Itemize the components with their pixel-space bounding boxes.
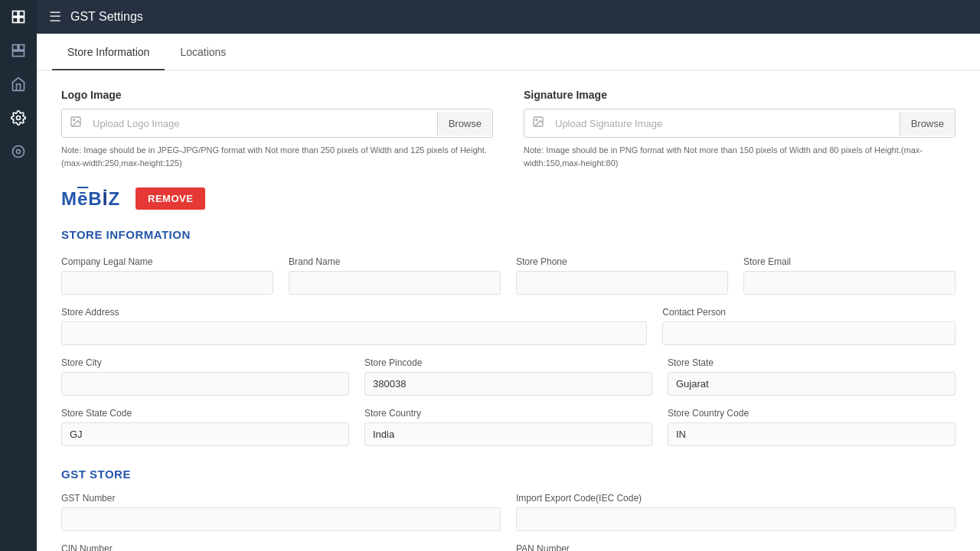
store-email-input[interactable] (743, 271, 956, 295)
contact-person-label: Contact Person (662, 307, 956, 318)
contact-person-input[interactable] (662, 321, 956, 345)
store-country-code-label: Store Country Code (668, 408, 956, 419)
store-phone-group: Store Phone (516, 256, 728, 295)
logo-preview-area: MēBİZ REMOVE (61, 187, 956, 210)
store-pincode-label: Store Pincode (364, 357, 652, 368)
logo-section-title: Logo Image (61, 89, 493, 101)
signature-upload-field: Upload Signature Image Browse (524, 109, 956, 138)
remove-logo-button[interactable]: REMOVE (136, 187, 205, 210)
page-title: GST Settings (70, 10, 143, 24)
store-state-code-label: Store State Code (61, 408, 349, 419)
store-city-input[interactable] (61, 372, 349, 396)
store-country-code-input[interactable] (668, 422, 956, 446)
tabs-bar: Store Information Locations (37, 34, 980, 70)
contact-person-group: Contact Person (662, 307, 956, 345)
store-email-group: Store Email (743, 256, 956, 295)
brand-name-group: Brand Name (289, 256, 501, 295)
company-legal-name-group: Company Legal Name (61, 256, 273, 295)
topbar: ☰ GST Settings (37, 0, 980, 34)
main-area: ☰ GST Settings Store Information Locatio… (37, 0, 980, 551)
import-export-code-input[interactable] (516, 507, 956, 531)
store-state-group: Store State (668, 357, 956, 396)
store-info-row-3: Store City Store Pincode Store State (61, 357, 956, 396)
page-content: Logo Image Upload Logo Image Browse Note… (37, 70, 980, 551)
store-state-code-group: Store State Code (61, 408, 349, 446)
content-area: Store Information Locations Logo Image U… (37, 34, 980, 551)
logo-upload-text: Upload Logo Image (90, 112, 437, 135)
logo-preview-image: MēBİZ (61, 188, 120, 210)
logo-browse-button[interactable]: Browse (437, 112, 492, 135)
svg-point-8 (13, 146, 24, 158)
signature-image-section: Signature Image Upload Signature Image B… (524, 89, 956, 169)
store-state-code-input[interactable] (61, 422, 349, 446)
store-state-label: Store State (668, 357, 956, 368)
tab-locations[interactable]: Locations (165, 34, 241, 70)
signature-upload-text: Upload Signature Image (552, 112, 900, 135)
svg-rect-3 (19, 18, 24, 23)
store-info-row-2: Store Address Contact Person (61, 307, 956, 345)
store-information-header: STORE INFORMATION (61, 228, 956, 241)
store-info-row-4: Store State Code Store Country Store Cou… (61, 408, 956, 446)
store-city-label: Store City (61, 357, 349, 368)
brand-logo-text: MēBİZ (61, 188, 120, 210)
signature-section-title: Signature Image (524, 89, 956, 101)
sidebar-icon-settings[interactable] (0, 101, 37, 135)
image-upload-row: Logo Image Upload Logo Image Browse Note… (61, 89, 956, 169)
store-info-row-1: Company Legal Name Brand Name Store Phon… (61, 256, 956, 295)
menu-icon[interactable]: ☰ (49, 8, 61, 25)
store-country-input[interactable] (364, 422, 652, 446)
gst-store-header: GST STORE (61, 468, 956, 481)
pan-number-group: PAN Number (516, 543, 956, 551)
store-phone-label: Store Phone (516, 256, 728, 267)
cin-number-group: CIN Number (61, 543, 501, 551)
sidebar-icon-layers[interactable] (0, 0, 37, 34)
gst-row-2: CIN Number PAN Number (61, 543, 956, 551)
import-export-code-label: Import Export Code(IEC Code) (516, 493, 956, 504)
svg-point-7 (17, 116, 21, 120)
store-country-group: Store Country (364, 408, 652, 446)
brand-name-input[interactable] (289, 271, 501, 295)
svg-point-11 (74, 119, 75, 121)
logo-image-section: Logo Image Upload Logo Image Browse Note… (61, 89, 493, 169)
svg-point-9 (17, 150, 21, 154)
store-address-input[interactable] (61, 321, 647, 345)
gst-row-1: GST Number Import Export Code(IEC Code) (61, 493, 956, 531)
brand-name-label: Brand Name (289, 256, 501, 267)
import-export-code-group: Import Export Code(IEC Code) (516, 493, 956, 531)
company-legal-name-input[interactable] (61, 271, 273, 295)
logo-upload-field: Upload Logo Image Browse (61, 109, 493, 138)
svg-point-13 (536, 119, 537, 121)
store-country-label: Store Country (364, 408, 652, 419)
gst-number-input[interactable] (61, 507, 501, 531)
svg-rect-1 (19, 11, 24, 17)
store-state-input[interactable] (668, 372, 956, 396)
svg-rect-0 (13, 11, 18, 17)
store-country-code-group: Store Country Code (668, 408, 956, 446)
logo-upload-note: Note: Image should be in JPEG-JPG/PNG fo… (61, 144, 493, 169)
store-pincode-input[interactable] (364, 372, 652, 396)
sidebar-icon-settings2[interactable] (0, 135, 37, 168)
store-address-label: Store Address (61, 307, 647, 318)
company-legal-name-label: Company Legal Name (61, 256, 273, 267)
svg-rect-5 (19, 45, 24, 51)
svg-rect-6 (13, 51, 24, 57)
pan-number-label: PAN Number (516, 543, 956, 551)
cin-number-label: CIN Number (61, 543, 501, 551)
store-address-group: Store Address (61, 307, 647, 345)
svg-rect-4 (13, 45, 18, 51)
upload-signature-icon (524, 109, 552, 137)
sidebar-icon-layers2[interactable] (0, 34, 37, 67)
signature-upload-note: Note: Image should be in PNG format with… (524, 144, 956, 169)
store-email-label: Store Email (743, 256, 956, 267)
store-phone-input[interactable] (516, 271, 728, 295)
sidebar-icon-home[interactable] (0, 67, 37, 101)
tab-store-information[interactable]: Store Information (52, 34, 165, 70)
gst-number-label: GST Number (61, 493, 501, 504)
signature-browse-button[interactable]: Browse (900, 112, 955, 135)
store-pincode-group: Store Pincode (364, 357, 652, 396)
store-city-group: Store City (61, 357, 349, 396)
sidebar (0, 0, 37, 551)
upload-logo-icon (62, 109, 90, 137)
gst-number-group: GST Number (61, 493, 501, 531)
svg-rect-2 (13, 18, 18, 23)
